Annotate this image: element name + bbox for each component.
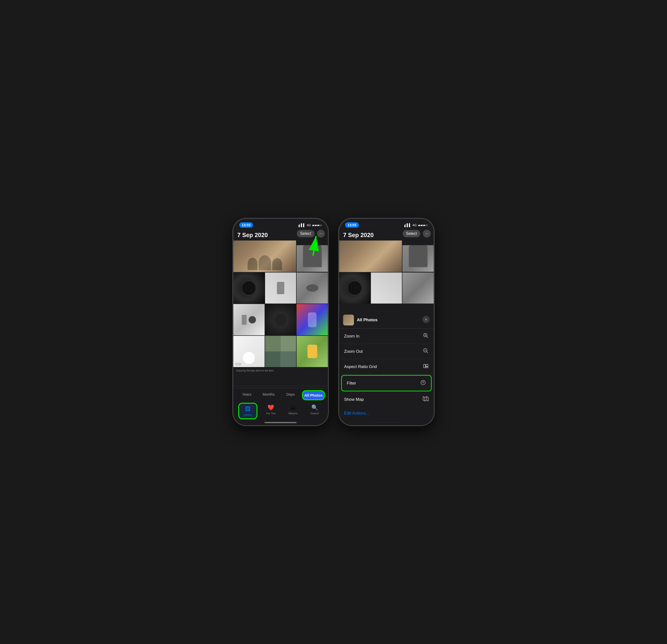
edit-actions-link[interactable]: Edit Actions... — [339, 407, 434, 418]
context-menu-item-filter[interactable]: Filter — [341, 375, 432, 391]
close-icon: ✕ — [425, 318, 427, 322]
photo-cell-spk1[interactable] — [233, 273, 264, 304]
library-icon: 🖼 — [244, 406, 251, 413]
context-menu-header: All Photos ✕ — [339, 311, 434, 329]
nav-tab-library-label: Library — [244, 413, 252, 416]
aspect-ratio-label: Aspect Ratio Grid — [344, 364, 377, 369]
network-icon: 4G — [307, 223, 311, 227]
photo-cell-faces[interactable] — [233, 241, 296, 272]
photo-cell-spk3[interactable] — [297, 273, 328, 304]
tab-years[interactable]: Years — [236, 390, 257, 400]
signal-icon: ▌▌▌ — [298, 223, 306, 227]
photo-cell-2-cup — [403, 241, 434, 272]
nav-tab-albums-label: Albums — [289, 412, 297, 415]
status-icons-2: ▌▌▌ 4G ▰▰▰▱ — [404, 223, 428, 227]
tab-all-photos[interactable]: All Photos — [302, 390, 325, 400]
photo-cell-spk2[interactable] — [265, 273, 296, 304]
more-button-2[interactable]: ··· — [423, 230, 431, 238]
nav-tab-albums[interactable]: 🗂 Albums — [284, 403, 302, 419]
photo-cell-grid-baby[interactable] — [265, 336, 296, 367]
photo-cell-holder1[interactable]: 0:10 — [233, 336, 264, 367]
bottom-tabs-1: Years Months Days All Photos 🖼 Library ❤… — [233, 386, 328, 425]
phone-1: 13:03 ▌▌▌ 4G ▰▰▰▱ 7 Sep 2020 Select ··· — [232, 218, 329, 426]
context-menu: All Photos ✕ Zoom In — [339, 311, 434, 425]
status-time-2: 13:03 — [345, 222, 359, 228]
status-time-1: 13:03 — [239, 222, 253, 228]
photo-cell-spk4[interactable] — [233, 304, 264, 335]
photo-cell-2-faces — [339, 241, 402, 272]
tab-days[interactable]: Days — [280, 390, 301, 400]
nav-tab-search-label: Search — [310, 412, 319, 415]
nav-tab-search[interactable]: 🔍 Search — [306, 403, 323, 419]
show-map-icon — [423, 396, 429, 403]
status-bar-1: 13:03 ▌▌▌ 4G ▰▰▰▱ — [233, 219, 328, 229]
context-menu-item-show-map[interactable]: Show Map — [339, 392, 434, 407]
nav-tab-library[interactable]: 🖼 Library — [240, 404, 256, 418]
phone-1-screen: 13:03 ▌▌▌ 4G ▰▰▰▱ 7 Sep 2020 Select ··· — [233, 219, 328, 425]
video-duration-badge: 0:10 — [235, 362, 241, 366]
albums-icon: 🗂 — [290, 404, 296, 411]
photo-grid-2 — [339, 241, 434, 304]
battery-icon: ▰▰▰▱ — [312, 223, 322, 227]
context-menu-close-button[interactable]: ✕ — [422, 316, 430, 323]
photo-cell-2-spk2 — [371, 273, 402, 304]
for-you-icon: ❤️ — [267, 404, 274, 411]
nav-library-wrapper: 🖼 Library — [238, 403, 258, 419]
phone2-side-btn-power — [434, 258, 435, 280]
photo-grid-cells-2 — [339, 241, 434, 304]
year-tabs: Years Months Days All Photos — [233, 388, 328, 403]
nav-tab-for-you-label: For You — [266, 412, 276, 415]
svg-line-7 — [426, 352, 428, 353]
photo-cell-spk5[interactable] — [265, 304, 296, 335]
svg-line-1 — [313, 236, 316, 256]
context-menu-thumb — [343, 315, 354, 325]
side-btn-power — [328, 258, 329, 280]
zoom-in-label: Zoom In — [344, 334, 359, 339]
signal-icon-2: ▌▌▌ — [404, 223, 411, 227]
context-menu-item-aspect-ratio[interactable]: Aspect Ratio Grid — [339, 359, 434, 374]
photo-grid-1: 0:10 — [233, 241, 328, 367]
svg-rect-10 — [426, 364, 428, 366]
home-bar-1 — [264, 422, 297, 423]
tab-months[interactable]: Months — [258, 390, 279, 400]
context-menu-item-zoom-in[interactable]: Zoom In — [339, 329, 434, 344]
svg-rect-9 — [424, 364, 425, 368]
network-icon-2: 4G — [412, 223, 417, 227]
battery-icon-2: ▰▰▰▱ — [418, 223, 428, 227]
context-menu-items: Zoom In Zoom Out — [339, 329, 434, 407]
phones-container: 13:03 ▌▌▌ 4G ▰▰▰▱ 7 Sep 2020 Select ··· — [232, 218, 435, 426]
caption-text: Enjoying the play area on the farm — [236, 369, 274, 372]
aspect-ratio-icon — [423, 363, 429, 370]
filter-icon — [420, 380, 426, 387]
show-map-label: Show Map — [344, 397, 364, 402]
photo-grid-cells: 0:10 — [233, 241, 328, 367]
context-menu-title: All Photos — [357, 318, 377, 322]
nav-tabs-1: 🖼 Library ❤️ For You 🗂 Albums 🔍 — [233, 403, 328, 419]
green-arrow — [301, 232, 321, 258]
context-menu-item-zoom-out[interactable]: Zoom Out — [339, 344, 434, 359]
photo-cell-2-spk3 — [403, 273, 434, 304]
zoom-out-label: Zoom Out — [344, 349, 363, 354]
caption-area: Enjoying the play area on the farm — [233, 367, 328, 372]
svg-line-3 — [426, 336, 428, 338]
status-icons-1: ▌▌▌ 4G ▰▰▰▱ — [298, 223, 322, 227]
filter-label: Filter — [347, 381, 356, 386]
zoom-out-icon — [423, 348, 429, 355]
status-bar-2: 13:03 ▌▌▌ 4G ▰▰▰▱ — [339, 219, 434, 229]
photo-cell-2-spk1 — [339, 273, 370, 304]
zoom-in-icon — [423, 333, 429, 340]
nav-tab-for-you[interactable]: ❤️ For You — [262, 403, 280, 419]
select-button-2[interactable]: Select — [403, 230, 420, 237]
svg-marker-16 — [423, 397, 428, 401]
phone-2-screen: 13:03 ▌▌▌ 4G ▰▰▰▱ 7 Sep 2020 Select ··· — [339, 219, 434, 425]
photo-cell-colorful[interactable] — [297, 304, 328, 335]
search-nav-icon: 🔍 — [311, 404, 318, 411]
photo-cell-baby-outside[interactable] — [297, 336, 328, 367]
phone-2: 13:03 ▌▌▌ 4G ▰▰▰▱ 7 Sep 2020 Select ··· — [338, 218, 435, 426]
svg-rect-11 — [426, 367, 428, 368]
